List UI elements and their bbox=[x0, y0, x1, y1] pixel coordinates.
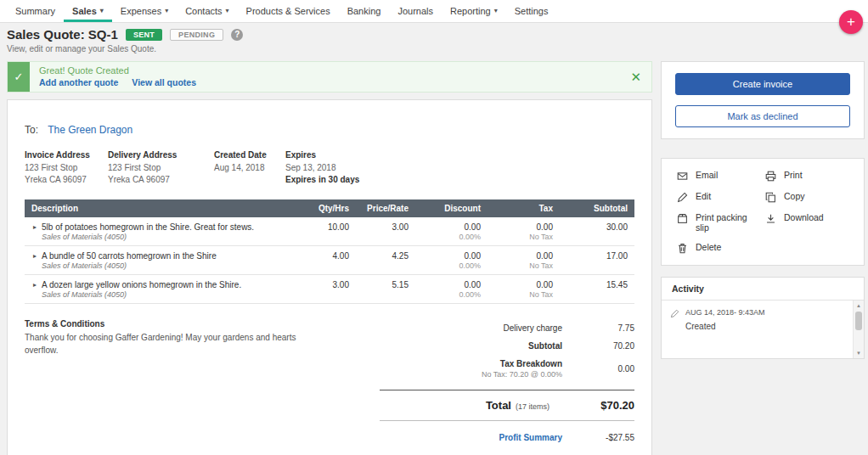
help-icon[interactable]: ? bbox=[231, 29, 243, 41]
price-value: 3.00 bbox=[349, 222, 409, 232]
scrollbar-track[interactable] bbox=[854, 311, 864, 348]
tax-breakdown-value: 0.00 bbox=[562, 364, 634, 374]
profit-summary-value: -$27.55 bbox=[562, 433, 634, 442]
tax-value: 0.00 bbox=[481, 280, 553, 289]
download-action[interactable]: Download bbox=[765, 212, 848, 233]
subtotal-value: 30.00 bbox=[553, 222, 628, 232]
expand-row-icon[interactable]: ▸ bbox=[33, 252, 37, 260]
copy-action[interactable]: Copy bbox=[765, 191, 848, 203]
price-value: 5.15 bbox=[349, 280, 409, 289]
nav-item-products-services[interactable]: Products & Services bbox=[238, 0, 339, 22]
terms-and-conditions: Terms & Conditions Thank you for choosin… bbox=[25, 319, 305, 442]
print-packing-slip-action[interactable]: Print packing slip bbox=[677, 212, 760, 233]
scroll-down-icon[interactable]: ▼ bbox=[856, 348, 861, 358]
nav-item-journals[interactable]: Journals bbox=[389, 0, 442, 22]
table-row: ▸ A bundle of 50 carrots homegrown in th… bbox=[25, 246, 634, 275]
tax-breakdown-detail: No Tax: 70.20 @ 0.00% bbox=[482, 370, 562, 379]
table-header-row: Description Qty/Hrs Price/Rate Discount … bbox=[25, 199, 634, 217]
subtotal-label: Subtotal bbox=[528, 341, 562, 351]
success-banner: ✓ Great! Quote Created Add another quote… bbox=[7, 61, 652, 93]
nav-item-label: Sales bbox=[72, 6, 97, 16]
qty-value: 10.00 bbox=[290, 222, 349, 232]
nav-item-summary[interactable]: Summary bbox=[7, 0, 64, 22]
nav-item-sales[interactable]: Sales ▾ bbox=[64, 0, 112, 22]
tax-code: No Tax bbox=[481, 233, 553, 241]
tax-code: No Tax bbox=[481, 290, 553, 299]
check-icon: ✓ bbox=[14, 70, 24, 83]
tax-value: 0.00 bbox=[481, 222, 553, 232]
action-label: Email bbox=[696, 170, 718, 180]
cell-subtotal: 30.00 bbox=[553, 222, 628, 232]
header-price: Price/Rate bbox=[349, 204, 409, 213]
banner-close-button[interactable]: ✕ bbox=[620, 70, 651, 85]
expand-row-icon[interactable]: ▸ bbox=[33, 223, 37, 231]
cell-tax: 0.00 No Tax bbox=[481, 251, 553, 270]
action-label: Download bbox=[784, 212, 824, 222]
nav-item-reporting[interactable]: Reporting ▾ bbox=[442, 0, 506, 22]
cell-price: 4.25 bbox=[349, 251, 409, 261]
plus-icon: + bbox=[847, 14, 855, 31]
item-description: A bundle of 50 carrots homegrown in the … bbox=[42, 251, 217, 261]
customer-link[interactable]: The Green Dragon bbox=[48, 124, 132, 136]
header-description: Description bbox=[31, 204, 290, 213]
mark-as-declined-button[interactable]: Mark as declined bbox=[675, 105, 850, 127]
expires-date: Expires Sep 13, 2018 Expires in 30 days bbox=[285, 150, 359, 186]
cell-price: 3.00 bbox=[349, 222, 409, 232]
expand-row-icon[interactable]: ▸ bbox=[33, 281, 37, 289]
banner-message: Great! Quote Created bbox=[39, 65, 611, 76]
view-all-quotes-link[interactable]: View all quotes bbox=[132, 77, 196, 87]
nav-item-expenses[interactable]: Expenses ▾ bbox=[112, 0, 177, 22]
activity-action: Created bbox=[685, 322, 765, 331]
packing-slip-icon bbox=[677, 213, 688, 224]
table-row: ▸ 5lb of potatoes homegrown in the Shire… bbox=[25, 217, 634, 246]
document-actions-card: Email Print Edit Copy bbox=[661, 158, 865, 266]
cell-discount: 0.00 0.00% bbox=[409, 251, 481, 270]
add-new-button[interactable]: + bbox=[839, 10, 863, 34]
edit-action[interactable]: Edit bbox=[677, 191, 760, 203]
delete-action[interactable]: Delete bbox=[677, 242, 760, 254]
subtotal-value: 15.45 bbox=[553, 280, 628, 289]
cell-description: ▸ A dozen large yellow onions homegrown … bbox=[31, 280, 290, 299]
total-label: Total bbox=[486, 399, 511, 412]
table-row: ▸ A dozen large yellow onions homegrown … bbox=[25, 275, 634, 304]
email-icon bbox=[677, 171, 688, 182]
quote-card: To: The Green Dragon Invoice Address 123… bbox=[7, 99, 652, 455]
header-discount: Discount bbox=[409, 204, 481, 213]
nav-item-banking[interactable]: Banking bbox=[339, 0, 390, 22]
grand-total-value: $70.20 bbox=[554, 399, 634, 412]
success-check-stripe: ✓ bbox=[8, 62, 30, 92]
status-badge-sent: SENT bbox=[126, 29, 162, 41]
total-items-count: (17 items) bbox=[516, 402, 550, 411]
nav-item-label: Banking bbox=[347, 6, 381, 16]
profit-summary-link[interactable]: Profit Summary bbox=[499, 433, 562, 442]
primary-actions-card: Create invoice Mark as declined bbox=[661, 61, 865, 139]
discount-value: 0.00 bbox=[409, 222, 481, 232]
status-badge-pending: PENDING bbox=[170, 29, 223, 41]
create-invoice-button[interactable]: Create invoice bbox=[675, 73, 850, 95]
discount-pct: 0.00% bbox=[409, 261, 481, 270]
discount-pct: 0.00% bbox=[409, 290, 481, 299]
to-label: To: bbox=[25, 124, 38, 136]
print-action[interactable]: Print bbox=[765, 170, 848, 182]
cell-description: ▸ A bundle of 50 carrots homegrown in th… bbox=[31, 251, 290, 270]
nav-item-contacts[interactable]: Contacts ▾ bbox=[177, 0, 237, 22]
item-account: Sales of Materials (4050) bbox=[42, 290, 241, 299]
scroll-up-icon[interactable]: ▲ bbox=[856, 301, 861, 311]
download-icon bbox=[765, 213, 776, 224]
discount-pct: 0.00% bbox=[409, 233, 481, 241]
chevron-down-icon: ▾ bbox=[494, 8, 498, 14]
activity-card: Activity AUG 14, 2018- 9:43AM Created ▲ bbox=[661, 277, 865, 359]
close-icon: ✕ bbox=[630, 70, 641, 84]
nav-item-label: Products & Services bbox=[246, 6, 330, 16]
activity-scrollbar[interactable]: ▲ ▼ bbox=[853, 301, 864, 358]
scrollbar-thumb[interactable] bbox=[855, 312, 862, 330]
discount-value: 0.00 bbox=[409, 251, 481, 261]
tax-breakdown-row: Tax Breakdown No Tax: 70.20 @ 0.00% 0.00 bbox=[380, 355, 634, 383]
line-items-table: Description Qty/Hrs Price/Rate Discount … bbox=[25, 199, 634, 304]
nav-item-settings[interactable]: Settings bbox=[506, 0, 557, 22]
nav-item-label: Summary bbox=[15, 6, 55, 16]
cell-qty: 10.00 bbox=[290, 222, 349, 232]
delivery-address: Delivery Address 123 First Stop Yreka CA… bbox=[108, 150, 214, 186]
email-action[interactable]: Email bbox=[677, 170, 760, 182]
add-another-quote-link[interactable]: Add another quote bbox=[39, 77, 118, 87]
